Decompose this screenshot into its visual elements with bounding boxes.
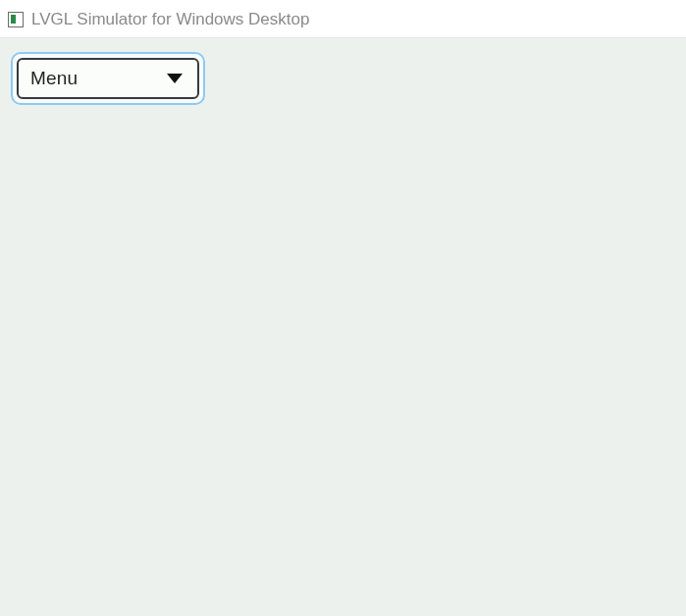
window-title: LVGL Simulator for Windows Desktop (31, 10, 309, 29)
chevron-down-icon (166, 73, 184, 84)
titlebar[interactable]: LVGL Simulator for Windows Desktop (0, 1, 686, 38)
app-icon (8, 12, 24, 27)
client-area: Menu (0, 38, 686, 616)
dropdown-selected-label: Menu (30, 68, 78, 89)
menu-dropdown[interactable]: Menu (11, 52, 205, 105)
window: LVGL Simulator for Windows Desktop Menu (0, 0, 686, 616)
svg-marker-0 (167, 74, 183, 83)
menu-dropdown-inner[interactable]: Menu (17, 58, 199, 99)
